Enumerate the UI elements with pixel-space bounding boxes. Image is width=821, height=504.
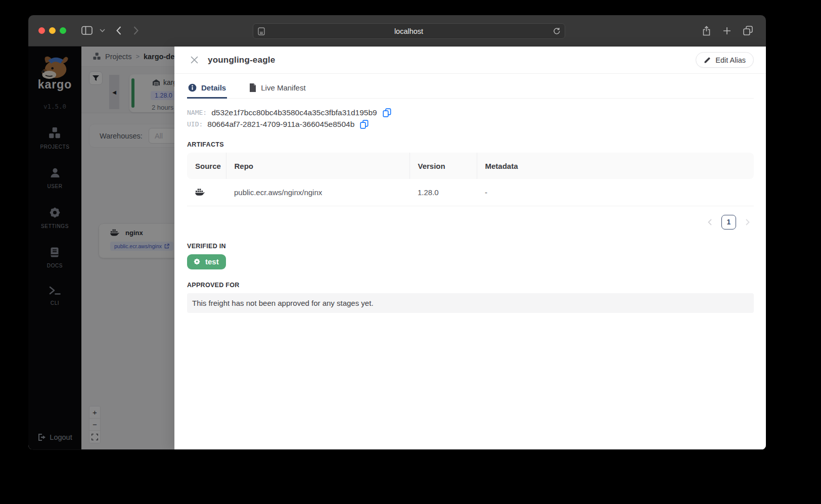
toolbar-right-icons bbox=[702, 26, 756, 36]
artifact-row[interactable]: public.ecr.aws/nginx/nginx 1.28.0 - bbox=[187, 179, 754, 206]
address-bar[interactable]: localhost bbox=[253, 23, 565, 39]
freight-name-value: d532e1f7bcc80bc4b3580c4a35c3fbfa31d195b9 bbox=[211, 108, 377, 117]
browser-toolbar: localhost bbox=[28, 15, 766, 47]
traffic-lights bbox=[38, 27, 66, 34]
freight-uid-row: UID: 80664af7-2821-4709-911a-366045e8504… bbox=[187, 118, 754, 130]
artifacts-table: Source Repo Version Metadata bbox=[187, 153, 754, 206]
column-metadata: Metadata bbox=[477, 153, 754, 179]
drawer-body: Details Live Manifest bbox=[174, 80, 766, 313]
drawer-header: youngling-eagle Edit Alias bbox=[174, 47, 766, 74]
tab-live-manifest-label: Live Manifest bbox=[261, 83, 305, 92]
next-page-icon[interactable] bbox=[746, 219, 750, 225]
verified-stage-name: test bbox=[205, 257, 219, 266]
page-icon bbox=[258, 27, 265, 35]
reload-icon[interactable] bbox=[553, 27, 560, 35]
column-source: Source bbox=[187, 153, 226, 179]
column-repo: Repo bbox=[226, 153, 409, 179]
chevron-down-icon[interactable] bbox=[100, 29, 105, 32]
tab-overview-icon[interactable] bbox=[743, 26, 753, 35]
tab-live-manifest[interactable]: Live Manifest bbox=[248, 80, 306, 98]
browser-window: localhost bbox=[28, 15, 766, 450]
close-window-button[interactable] bbox=[38, 27, 45, 34]
uid-label: UID: bbox=[187, 120, 203, 128]
freight-meta: NAME: d532e1f7bcc80bc4b3580c4a35c3fbfa31… bbox=[187, 107, 754, 130]
drawer-tabs: Details Live Manifest bbox=[187, 80, 754, 99]
new-tab-icon[interactable] bbox=[723, 27, 731, 35]
close-icon[interactable] bbox=[189, 55, 200, 66]
approved-for-empty-state: This freight has not been approved for a… bbox=[187, 293, 754, 313]
approved-for-label: APPROVED FOR bbox=[187, 282, 754, 289]
artifact-version-cell: 1.28.0 bbox=[409, 179, 477, 206]
freight-details-drawer: youngling-eagle Edit Alias bbox=[174, 47, 766, 449]
tab-details-label: Details bbox=[201, 83, 226, 92]
sidebar-toggle-icon[interactable] bbox=[81, 26, 93, 35]
freight-name-row: NAME: d532e1f7bcc80bc4b3580c4a35c3fbfa31… bbox=[187, 107, 754, 118]
minimize-window-button[interactable] bbox=[49, 27, 56, 34]
edit-alias-label: Edit Alias bbox=[715, 56, 746, 64]
verified-in-label: VERIFIED IN bbox=[187, 243, 754, 250]
prev-page-icon[interactable] bbox=[708, 219, 712, 225]
info-icon bbox=[188, 83, 197, 92]
document-icon bbox=[249, 83, 256, 92]
freight-uid-value: 80664af7-2821-4709-911a-366045e8504b bbox=[207, 120, 354, 129]
artifact-metadata-cell: - bbox=[477, 179, 754, 206]
column-version: Version bbox=[409, 153, 477, 179]
artifact-repo-cell: public.ecr.aws/nginx/nginx bbox=[226, 179, 409, 206]
docker-icon bbox=[195, 189, 226, 196]
copy-uid-icon[interactable] bbox=[360, 120, 369, 129]
url-text[interactable]: localhost bbox=[265, 27, 553, 35]
zoom-window-button[interactable] bbox=[60, 27, 66, 34]
verified-stage-badge[interactable]: test bbox=[187, 254, 226, 269]
kargo-app: kargo v1.5.0 PROJECTS bbox=[28, 47, 766, 449]
artifacts-header-row: Source Repo Version Metadata bbox=[187, 153, 754, 179]
desktop-background: localhost bbox=[0, 0, 821, 504]
freight-alias-title: youngling-eagle bbox=[208, 55, 275, 65]
copy-name-icon[interactable] bbox=[383, 108, 391, 117]
forward-button[interactable] bbox=[133, 26, 139, 35]
artifacts-pagination: 1 bbox=[187, 215, 754, 230]
share-icon[interactable] bbox=[702, 26, 711, 36]
edit-alias-button[interactable]: Edit Alias bbox=[696, 52, 754, 68]
page-number-button[interactable]: 1 bbox=[721, 215, 736, 230]
back-button[interactable] bbox=[116, 26, 121, 35]
artifacts-section-label: ARTIFACTS bbox=[187, 141, 754, 148]
artifact-source-cell bbox=[187, 179, 226, 206]
stage-seal-icon bbox=[193, 258, 201, 265]
tab-details[interactable]: Details bbox=[187, 80, 227, 98]
pencil-icon bbox=[704, 57, 711, 64]
name-label: NAME: bbox=[187, 109, 207, 116]
